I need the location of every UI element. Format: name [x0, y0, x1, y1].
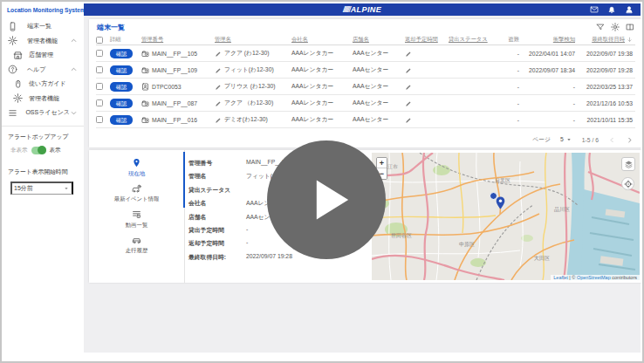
sidebar-item-3[interactable]: ヘルプ [2, 63, 84, 78]
edit-return-time-button[interactable] [405, 80, 412, 93]
detail-tabs: 現在地最新イベント情報動画一覧走行履歴 [89, 150, 185, 283]
column-header-number[interactable]: 管理番号 [141, 36, 215, 44]
video-play-button[interactable] [267, 140, 386, 259]
pencil-icon [215, 117, 222, 124]
table-row[interactable]: 確認DTPC0053プリウス (わ12-30)AAAレンタカーAAAセンター--… [96, 79, 635, 95]
edit-name-button[interactable] [215, 47, 222, 60]
edit-return-time-button[interactable] [405, 113, 412, 127]
cell-store: AAAセンター [353, 115, 405, 124]
edit-name-button[interactable] [215, 113, 222, 127]
edit-name-button[interactable] [215, 97, 222, 110]
sidebar-item-label: 使い方ガイド [29, 79, 66, 88]
alert-popup-toggle[interactable] [31, 147, 46, 154]
row-checkbox[interactable] [96, 99, 103, 106]
cell-store: AAAセンター [353, 49, 405, 58]
map[interactable]: 狛江市目黒区品川区世田谷区中原区大田区 + − Leaflet | © Open… [372, 153, 640, 280]
sidebar-item-1[interactable]: 管理者機能 [2, 34, 84, 49]
layers-icon [624, 160, 634, 169]
column-header-detail: 詳細 [110, 36, 141, 44]
row-checkbox[interactable] [96, 83, 103, 90]
sidebar-item-label: 端末一覧 [27, 22, 51, 31]
cell-last: 2021/10/11 15:35 [578, 117, 635, 123]
sidebar-item-label: ヘルプ [27, 65, 46, 74]
column-header-impact[interactable]: 衝撃検知 [522, 36, 578, 44]
leaflet-link[interactable]: Leaflet [553, 275, 568, 280]
edit-name-button[interactable] [215, 80, 222, 93]
table-row[interactable]: 確認MAIN__FP__105アクア (わ12-30)AAAレンタカーAAAセン… [96, 45, 635, 62]
map-marker-pin[interactable] [493, 195, 508, 210]
confirm-button[interactable]: 確認 [110, 49, 133, 58]
detail-tab-car[interactable]: 走行履歴 [89, 233, 184, 259]
detail-tab-label: 走行履歴 [126, 247, 148, 255]
pagination-range: 1-5 / 6 [582, 137, 599, 143]
column-header-name[interactable]: 管理名 [215, 36, 291, 44]
confirm-button[interactable]: 確認 [110, 99, 133, 108]
field-label: 返却予定時間 [188, 239, 246, 248]
cell-company: AAAレンタカー [291, 82, 353, 91]
columns-icon-button[interactable] [626, 23, 634, 31]
cell-theft: - [499, 84, 522, 90]
detail-tab-pin[interactable]: 現在地 [89, 155, 184, 182]
column-header-status[interactable]: 貸出ステータス [449, 36, 499, 44]
chevron-up-icon [70, 37, 78, 45]
sidebar-item-2[interactable]: 店舗管理 [2, 48, 84, 63]
sidebar-item-5[interactable]: 管理者機能 [2, 92, 84, 106]
edit-return-time-button[interactable] [405, 47, 412, 60]
mail-icon-button[interactable] [589, 5, 599, 15]
row-checkbox[interactable] [96, 50, 103, 57]
map-attribution: Leaflet | © OpenStreetMap contributors [551, 275, 640, 280]
osm-link[interactable]: OpenStreetMap [577, 275, 611, 280]
column-header-last[interactable]: 最終取得日時 [578, 36, 635, 44]
prev-page-button[interactable] [608, 136, 616, 144]
gear-icon [611, 23, 620, 31]
sidebar-item-0[interactable]: 端末一覧 [2, 19, 84, 34]
confirm-button[interactable]: 確認 [110, 65, 133, 75]
cell-last: 2022/09/07 19:28 [578, 67, 635, 73]
map-layers-button[interactable] [621, 157, 635, 171]
columns-icon [626, 23, 634, 31]
topbar: ////// ALPINE [84, 3, 641, 16]
table-row[interactable]: 確認MAIN__FP__109フィット(わ12-30)AAAレンタカーAAAセン… [96, 62, 635, 79]
help-icon [8, 65, 17, 74]
page-size-select[interactable]: 5 [560, 136, 572, 143]
column-header-return_time[interactable]: 返却予定時間 [405, 36, 449, 44]
cell-store: AAAセンター [353, 82, 405, 91]
edit-return-time-button[interactable] [405, 64, 412, 77]
pin-icon [493, 195, 508, 210]
cell-number: MAIN__FP__016 [152, 117, 197, 123]
select-all-checkbox[interactable] [96, 37, 103, 44]
row-checkbox[interactable] [96, 116, 103, 123]
sidebar-item-6[interactable]: OSSライセンス [2, 106, 84, 120]
user-icon-button[interactable] [624, 5, 634, 15]
next-page-button[interactable] [626, 136, 634, 144]
column-header-company[interactable]: 会社名 [291, 36, 353, 44]
zoom-in-button[interactable]: + [377, 158, 387, 168]
alert-time-title: アラート表示開始時間 [8, 168, 78, 176]
cell-theft: - [499, 67, 522, 73]
toggle-on-label: 表示 [50, 147, 61, 154]
map-locate-button[interactable] [621, 177, 634, 190]
confirm-button[interactable]: 確認 [110, 82, 133, 92]
filter-icon-button[interactable] [596, 23, 605, 31]
table-row[interactable]: 確認MAIN__FP__016デミオ(わ12-30)AAAレンタカーAAAセンタ… [96, 112, 635, 128]
bell-icon-button[interactable] [606, 5, 616, 15]
video-list-icon [132, 209, 141, 219]
gear-icon-button[interactable] [611, 23, 620, 31]
alert-time-select[interactable]: 15分前 [10, 182, 73, 195]
confirm-button[interactable]: 確認 [110, 115, 133, 125]
detail-tab-car-alert[interactable]: 最新イベント情報 [89, 182, 184, 208]
field-label: 管理番号 [188, 159, 246, 168]
pencil-icon [215, 67, 222, 74]
field-label: 店舗名 [188, 213, 246, 222]
table-row[interactable]: 確認MAIN__FP__087アクア （わ12-30)AAAレンタカーAAAセン… [96, 95, 635, 112]
sidebar: Location Monitoring System 端末一覧管理者機能店舗管理… [2, 2, 84, 353]
column-header-store[interactable]: 店舗名 [353, 36, 405, 44]
store-icon [13, 51, 23, 60]
sidebar-item-4[interactable]: 使い方ガイド [2, 77, 84, 92]
detail-tab-video-list[interactable]: 動画一覧 [89, 207, 184, 233]
edit-return-time-button[interactable] [405, 97, 412, 110]
detail-tab-label: 動画一覧 [126, 222, 148, 229]
row-checkbox[interactable] [96, 66, 103, 73]
cell-last: 2021/12/16 10:53 [578, 100, 635, 106]
edit-name-button[interactable] [215, 64, 222, 77]
